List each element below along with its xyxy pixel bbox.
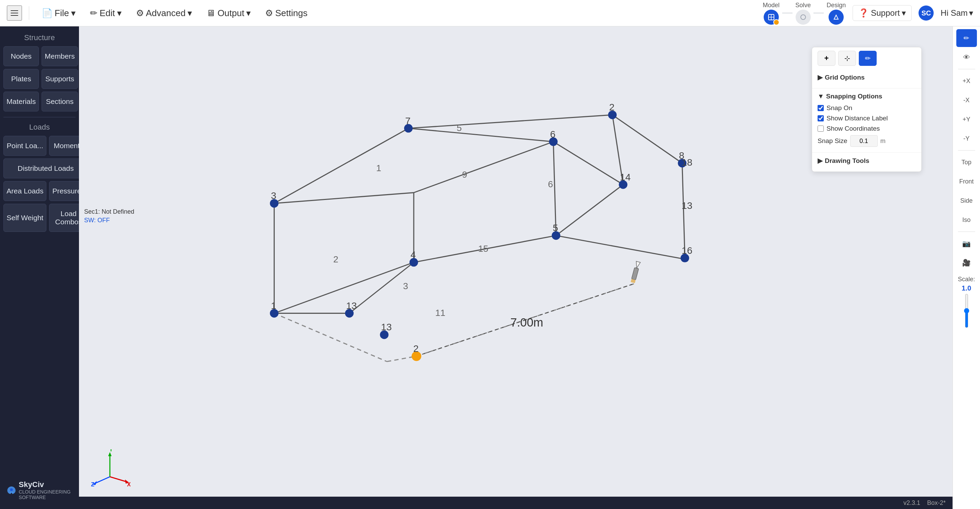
support-button[interactable]: ❓ Support ▾ [853,5,912,21]
svg-text:6: 6 [548,179,553,189]
view-iso-button[interactable]: Iso [956,211,977,229]
minus-x-label: -X [964,97,970,104]
grid-options-section: ▶ Grid Options [812,69,921,89]
snap-panel: + ⊹ ✏ ▶ Grid Options ▼ Snapping Option [812,47,922,172]
view-plus-y-button[interactable]: +Y [956,111,977,128]
scale-slider[interactable] [963,293,970,328]
svg-text:5: 5 [553,223,558,233]
drawing-tools-section: ▶ Drawing Tools [812,153,921,171]
svg-text:7.00m: 7.00m [510,316,543,329]
user-menu[interactable]: Hi Sam ▾ [940,8,973,18]
settings-menu[interactable]: ⚙ Settings [259,5,313,21]
svg-line-5 [408,115,612,128]
advanced-menu[interactable]: ⚙ Advanced ▾ [130,5,198,21]
output-menu[interactable]: 🖥 Output ▾ [201,5,256,21]
svg-text:6: 6 [550,129,555,140]
show-distance-label: Show Distance Label [827,114,888,122]
svg-line-22 [553,142,623,184]
svg-line-12 [553,142,556,236]
members-button[interactable]: Members [41,46,78,66]
front-label: Front [959,178,974,185]
self-weight-button[interactable]: Self Weight [3,204,46,232]
grid-chevron-icon: ▶ [818,73,823,81]
snap-size-input[interactable] [850,135,878,147]
svg-text:3: 3 [271,190,277,201]
eye-icon: 👁 [963,54,970,62]
distributed-loads-button[interactable]: Distributed Loads [3,159,88,178]
skyciv-logo: SkyCiv CLOUD ENGINEERING SOFTWARE [3,473,76,504]
view-minus-x-button[interactable]: -X [956,91,977,109]
file-menu[interactable]: 📄 File ▾ [36,5,81,21]
topbar-right: Model Solve Design ❓ Supp [763,2,973,25]
view-minus-y-button[interactable]: -Y [956,130,977,147]
structure-grid: Nodes Members Plates Supports Materials … [3,46,76,111]
model-label: Model [763,2,780,9]
view-side-button[interactable]: Side [956,192,977,209]
plates-button[interactable]: Plates [3,69,39,89]
settings-gear-icon: ⚙ [265,8,273,19]
show-coordinates-checkbox[interactable] [818,125,824,132]
rt-divider-2 [958,150,975,151]
model-circle [764,10,779,25]
support-label: Support [871,8,900,18]
edit-menu[interactable]: ✏ Edit ▾ [84,5,127,21]
model-tab[interactable]: Model [763,2,780,25]
sections-button[interactable]: Sections [41,92,78,111]
snapping-options-label: Snapping Options [826,93,883,100]
nodes-button[interactable]: Nodes [3,46,39,66]
design-circle [829,10,844,25]
snap-add-button[interactable]: + [818,51,835,66]
output-label: Output [217,8,244,19]
top-label: Top [961,159,971,166]
svg-text:3: 3 [403,281,408,291]
solve-tab[interactable]: Solve [795,2,811,25]
topbar-divider [29,6,29,20]
msd-connector-1 [782,13,792,13]
file-icon: 📄 [41,8,52,19]
snap-toolbar: + ⊹ ✏ [812,48,921,69]
svg-text:1: 1 [271,300,277,311]
materials-button[interactable]: Materials [3,92,39,111]
video-button[interactable]: 🎥 [956,254,977,272]
svg-line-23 [556,184,623,236]
pencil-tool-button[interactable]: ✏ [956,29,977,47]
edit-label: Edit [100,8,115,19]
design-tab[interactable]: Design [827,2,846,25]
sidebar-divider [3,117,76,117]
file-label: File [55,8,69,19]
supports-button[interactable]: Supports [41,69,78,89]
loads-section-title: Loads [3,123,76,132]
svg-line-20 [274,193,414,203]
advanced-chevron-icon: ▾ [188,8,192,19]
show-distance-checkbox[interactable] [818,115,824,121]
snap-on-label: Snap On [827,104,852,112]
rt-divider-3 [958,232,975,232]
view-front-button[interactable]: Front [956,173,977,190]
hamburger-button[interactable] [7,5,22,21]
snap-on-checkbox[interactable] [818,105,824,111]
structure-section-title: Structure [3,33,76,42]
svg-text:2: 2 [609,102,615,113]
svg-text:13: 13 [682,200,692,211]
canvas-area[interactable]: 7 2 8 3 6 14 1 4 5 16 13 13 2 13 18 9 1 … [79,26,953,509]
svg-text:13: 13 [381,322,392,332]
snap-size-unit: m [880,138,886,145]
drawing-tools-header[interactable]: ▶ Drawing Tools [818,157,916,165]
show-distance-row: Show Distance Label [818,113,916,124]
view-top-button[interactable]: Top [956,153,977,171]
show-coordinates-row: Show Coordinates [818,124,916,134]
snap-cursor-button[interactable]: ⊹ [838,51,856,66]
grid-options-header[interactable]: ▶ Grid Options [818,73,916,81]
svg-text:2: 2 [333,254,338,265]
model-solve-design: Model Solve Design [763,2,846,25]
right-toolbar: ✏ 👁 +X -X +Y -Y Top Front Side Iso [953,26,980,509]
snap-pencil-button[interactable]: ✏ [859,51,877,66]
point-loads-button[interactable]: Point Loa... [3,136,46,156]
scale-value: 1.0 [962,284,971,292]
snapping-options-header[interactable]: ▼ Snapping Options [818,93,916,100]
view-plus-x-button[interactable]: +X [956,72,977,90]
area-loads-button[interactable]: Area Loads [3,181,46,201]
scale-slider-container [963,293,970,328]
eye-button[interactable]: 👁 [956,48,977,66]
camera-button[interactable]: 📷 [956,235,977,252]
